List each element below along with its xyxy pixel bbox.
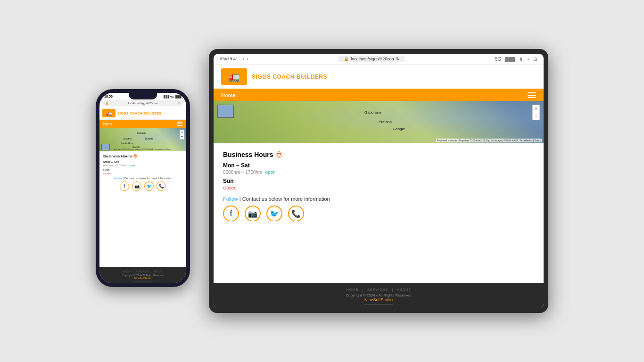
tablet-clock-icon: ⏰: [276, 151, 282, 158]
tablet-share-icon[interactable]: ⬆: [519, 57, 523, 62]
tablet-footer-nav: HOME | SERVICES | ABOUT: [217, 288, 540, 292]
tablet-follow-text-2: us below for more information: [262, 196, 330, 202]
tablet-facebook-icon: f: [230, 209, 232, 218]
phone-device: 18:56 ▐▐▐ 4G ▓▓▓ 🔒 localhost/siggs%20coa…: [96, 89, 190, 287]
tablet-map-zoom[interactable]: +−: [532, 105, 540, 120]
tablet-nav-arrows[interactable]: ‹ ›: [243, 56, 248, 62]
tablet-url-text: localhost/siggs%20coa: [351, 57, 394, 61]
hamburger-menu[interactable]: [177, 122, 182, 126]
phone-twitter-icon: 🐦: [147, 184, 152, 189]
tablet-device-name: iPad 9:41: [220, 57, 238, 61]
phone-site-title: SIGGS COACH BUILDERS: [117, 112, 162, 115]
phone-footer-divider: [133, 281, 152, 281]
tablet-tabs-icon[interactable]: ⊡: [533, 57, 537, 62]
tablet-footer-divider: [364, 304, 393, 304]
phone-instagram-icon: 📷: [134, 184, 140, 189]
tablet-lock-icon: 🔒: [344, 57, 349, 61]
url-text: localhost/siggs%20coac: [128, 102, 158, 105]
tablet-map-label-pretoria: Pretoria: [379, 120, 392, 124]
tablet-footer-copyright: Copyright © 2024 • All Rights Reserved: [217, 293, 540, 297]
phone-footer-studio: NineSoftStudio: [101, 277, 184, 280]
phone-map-label-durban: ·Durban: [144, 137, 153, 140]
tablet-instagram-btn[interactable]: 📷: [245, 206, 261, 221]
tablet-site-title: SIGGS COACH BUILDERS: [252, 74, 327, 80]
phone-phone-btn[interactable]: 📞: [157, 181, 166, 191]
phone-map-zoom[interactable]: +−: [180, 130, 184, 140]
tablet-map-minimap: [217, 105, 234, 118]
phone-social-icons: f 📷 🐦 📞: [103, 181, 182, 191]
tablet-back-btn[interactable]: ‹: [243, 56, 245, 62]
tablet-footer: HOME | SERVICES | ABOUT Copyright © 2024…: [214, 283, 544, 308]
tablet-device: iPad 9:41 ‹ › 🔒 localhost/siggs%20coa ↻ …: [209, 49, 548, 313]
phone-footer-services[interactable]: SERVICES: [136, 270, 149, 273]
phone-footer-about[interactable]: ABOUT: [153, 270, 162, 273]
tablet-follow-line: Follow | Contact us below for more infor…: [223, 196, 534, 202]
phone-bh-text: Business Hours: [103, 154, 132, 158]
phone-content: Business Hours ⏰ Mon – Sat 0000hrs – 170…: [99, 151, 186, 268]
phone-footer-sep1: |: [133, 270, 134, 273]
tablet-phone-btn[interactable]: 📞: [288, 206, 304, 221]
phone-follow-line: Follow | Contact us below for more infor…: [103, 177, 182, 180]
tablet-footer-studio: NineSoftStudio: [217, 297, 540, 302]
phone-screen: 18:56 ▐▐▐ 4G ▓▓▓ 🔒 localhost/siggs%20coa…: [99, 93, 186, 283]
phone-logo: 🚛: [102, 109, 116, 117]
phone-contact-link[interactable]: Contact: [124, 177, 134, 180]
phone-url-bar[interactable]: 🔒 localhost/siggs%20coac ↻: [102, 100, 183, 106]
phone-instagram-btn[interactable]: 📷: [132, 181, 141, 191]
tablet-spacer: [214, 221, 544, 283]
battery-icon: ▓▓▓: [175, 95, 182, 98]
tablet-add-tab-icon[interactable]: +: [527, 57, 529, 62]
phone-notch: [129, 93, 157, 99]
tablet-hours-mon-sat: 0000hrs – 1700hrs: [223, 170, 262, 175]
tablet-twitter-btn[interactable]: 🐦: [266, 206, 282, 221]
tablet-footer-sep2: |: [392, 288, 393, 292]
tablet-footer-home[interactable]: HOME: [346, 288, 358, 292]
tablet-signal: 5G: [495, 57, 501, 62]
tablet-nav-home[interactable]: Home: [221, 92, 236, 98]
tablet-follow-link[interactable]: Follow: [223, 196, 238, 202]
phone-facebook-btn[interactable]: f: [120, 181, 129, 191]
tablet-open-badge: open: [265, 170, 275, 175]
phone-follow-text: us below for more information: [135, 177, 172, 180]
tablet-instagram-icon: 📷: [248, 209, 257, 218]
refresh-icon[interactable]: ↻: [178, 101, 181, 105]
phone-sun: Sun: [103, 168, 182, 172]
phone-nav-home[interactable]: Home: [103, 122, 112, 125]
phone-footer: HOME | SERVICES | ABOUT Copyright © 2024…: [99, 267, 186, 283]
phone-nav-bar: Home: [99, 120, 186, 128]
tablet-map-label-google: Google: [393, 127, 405, 131]
phone-phone-icon: 📞: [159, 184, 164, 189]
tablet-footer-about[interactable]: ABOUT: [397, 288, 411, 292]
tablet-hamburger-menu[interactable]: [528, 92, 536, 98]
tablet-mon-sat: Mon – Sat: [223, 162, 534, 169]
phone-hours-row-1: 0000hrs – 1700hrs open: [103, 164, 182, 167]
lock-icon: 🔒: [105, 101, 108, 105]
phone-map: +− Eswatini Lesotho ·Durban South Africa…: [99, 128, 186, 151]
tablet-nav-bar: Home: [214, 90, 544, 101]
tablet-closed-badge: closed: [223, 185, 534, 190]
tablet-refresh-icon[interactable]: ↻: [396, 57, 400, 61]
tablet-map-credit: Keyboard shortcuts | Map data ©2024 Afri…: [436, 139, 542, 142]
phone-mon-sat: Mon – Sat: [103, 160, 182, 164]
phone-twitter-btn[interactable]: 🐦: [144, 181, 154, 191]
tablet-status-bar: iPad 9:41 ‹ › 🔒 localhost/siggs%20coa ↻ …: [214, 54, 544, 65]
tablet-screen: iPad 9:41 ‹ › 🔒 localhost/siggs%20coa ↻ …: [214, 54, 544, 308]
tablet-forward-btn[interactable]: ›: [247, 56, 248, 62]
tablet-bh-text: Business Hours: [223, 151, 273, 158]
phone-footer-sep2: |: [151, 270, 152, 273]
signal-type: 4G: [170, 95, 174, 98]
phone-bh-title: Business Hours ⏰: [103, 154, 182, 158]
tablet-footer-services[interactable]: SERVICES: [367, 288, 388, 292]
phone-follow-link[interactable]: Follow: [114, 177, 122, 180]
phone-closed-badge: closed: [103, 172, 182, 175]
tablet-hours-row-1: 0000hrs – 1700hrs open: [223, 170, 534, 175]
tablet-twitter-icon: 🐦: [270, 209, 279, 218]
tablet-battery: ▓▓▓: [505, 57, 515, 62]
tablet-footer-sep1: |: [362, 288, 363, 292]
phone-footer-home[interactable]: HOME: [124, 270, 131, 273]
tablet-contact-link[interactable]: Contact: [242, 196, 260, 202]
phone-map-label-lesotho: Lesotho: [123, 137, 132, 140]
tablet-site-header: 🚛 SIGGS COACH BUILDERS: [214, 65, 544, 90]
tablet-facebook-btn[interactable]: f: [223, 206, 239, 221]
tablet-url-bar[interactable]: 🔒 localhost/siggs%20coa ↻: [338, 56, 405, 62]
